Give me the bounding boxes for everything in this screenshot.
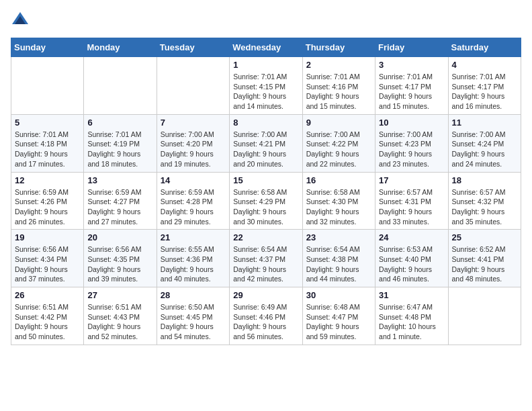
- calendar-day-cell: 24Sunrise: 6:53 AM Sunset: 4:40 PM Dayli…: [375, 230, 448, 287]
- calendar-day-cell: 1Sunrise: 7:01 AM Sunset: 4:15 PM Daylig…: [230, 57, 302, 115]
- calendar-day-cell: 20Sunrise: 6:56 AM Sunset: 4:35 PM Dayli…: [84, 230, 157, 287]
- calendar-day-cell: 3Sunrise: 7:01 AM Sunset: 4:17 PM Daylig…: [375, 57, 448, 115]
- day-number: 17: [379, 175, 444, 185]
- day-number: 29: [233, 290, 298, 300]
- day-number: 5: [15, 118, 80, 128]
- day-info: Sunrise: 6:53 AM Sunset: 4:40 PM Dayligh…: [379, 244, 444, 284]
- calendar-day-cell: 16Sunrise: 6:58 AM Sunset: 4:30 PM Dayli…: [302, 172, 375, 230]
- calendar-week: 5Sunrise: 7:01 AM Sunset: 4:18 PM Daylig…: [11, 114, 521, 172]
- day-info: Sunrise: 7:01 AM Sunset: 4:19 PM Dayligh…: [87, 130, 152, 169]
- calendar-day-cell: 26Sunrise: 6:51 AM Sunset: 4:42 PM Dayli…: [11, 287, 84, 345]
- weekday-header: Wednesday: [230, 38, 302, 57]
- day-number: 6: [87, 118, 152, 128]
- calendar-week: 12Sunrise: 6:59 AM Sunset: 4:26 PM Dayli…: [11, 172, 521, 230]
- day-info: Sunrise: 6:56 AM Sunset: 4:34 PM Dayligh…: [15, 244, 80, 284]
- calendar-day-cell: 21Sunrise: 6:55 AM Sunset: 4:36 PM Dayli…: [157, 230, 229, 287]
- day-number: 22: [233, 232, 298, 242]
- day-info: Sunrise: 6:54 AM Sunset: 4:37 PM Dayligh…: [233, 244, 298, 284]
- page-header: [11, 11, 521, 30]
- calendar-week: 26Sunrise: 6:51 AM Sunset: 4:42 PM Dayli…: [11, 287, 521, 345]
- calendar-week: 1Sunrise: 7:01 AM Sunset: 4:15 PM Daylig…: [11, 57, 521, 115]
- calendar-body: 1Sunrise: 7:01 AM Sunset: 4:15 PM Daylig…: [11, 57, 521, 345]
- logo: [11, 11, 32, 30]
- day-number: 15: [233, 175, 298, 185]
- day-info: Sunrise: 6:59 AM Sunset: 4:27 PM Dayligh…: [87, 187, 152, 227]
- calendar-header: SundayMondayTuesdayWednesdayThursdayFrid…: [11, 38, 521, 57]
- day-number: 30: [306, 290, 371, 300]
- weekday-header: Thursday: [302, 38, 375, 57]
- day-number: 1: [233, 60, 298, 70]
- calendar-day-cell: 30Sunrise: 6:48 AM Sunset: 4:47 PM Dayli…: [302, 287, 375, 345]
- day-number: 16: [306, 175, 371, 185]
- day-info: Sunrise: 7:00 AM Sunset: 4:20 PM Dayligh…: [161, 130, 226, 169]
- calendar-day-cell: 5Sunrise: 7:01 AM Sunset: 4:18 PM Daylig…: [11, 114, 84, 172]
- day-number: 24: [379, 232, 444, 242]
- calendar-day-cell: 17Sunrise: 6:57 AM Sunset: 4:31 PM Dayli…: [375, 172, 448, 230]
- day-info: Sunrise: 7:00 AM Sunset: 4:22 PM Dayligh…: [306, 130, 371, 169]
- calendar-day-cell: 22Sunrise: 6:54 AM Sunset: 4:37 PM Dayli…: [230, 230, 302, 287]
- day-number: 7: [161, 118, 226, 128]
- day-info: Sunrise: 6:54 AM Sunset: 4:38 PM Dayligh…: [306, 244, 371, 284]
- day-number: 11: [452, 118, 517, 128]
- weekday-header: Tuesday: [157, 38, 229, 57]
- calendar-day-cell: 4Sunrise: 7:01 AM Sunset: 4:17 PM Daylig…: [448, 57, 521, 115]
- day-number: 12: [15, 175, 80, 185]
- calendar-day-cell: 2Sunrise: 7:01 AM Sunset: 4:16 PM Daylig…: [302, 57, 375, 115]
- calendar-day-cell: 8Sunrise: 7:00 AM Sunset: 4:21 PM Daylig…: [230, 114, 302, 172]
- day-number: 20: [87, 232, 152, 242]
- day-info: Sunrise: 7:01 AM Sunset: 4:17 PM Dayligh…: [452, 72, 517, 111]
- calendar-day-cell: [84, 57, 157, 115]
- calendar-day-cell: [11, 57, 84, 115]
- day-number: 26: [15, 290, 80, 300]
- calendar-day-cell: 25Sunrise: 6:52 AM Sunset: 4:41 PM Dayli…: [448, 230, 521, 287]
- calendar-day-cell: 31Sunrise: 6:47 AM Sunset: 4:48 PM Dayli…: [375, 287, 448, 345]
- day-number: 2: [306, 60, 371, 70]
- day-number: 10: [379, 118, 444, 128]
- day-info: Sunrise: 6:55 AM Sunset: 4:36 PM Dayligh…: [161, 244, 226, 284]
- day-number: 8: [233, 118, 298, 128]
- day-info: Sunrise: 6:58 AM Sunset: 4:30 PM Dayligh…: [306, 187, 371, 227]
- day-number: 18: [452, 175, 517, 185]
- day-number: 23: [306, 232, 371, 242]
- day-number: 31: [379, 290, 444, 300]
- day-info: Sunrise: 6:52 AM Sunset: 4:41 PM Dayligh…: [452, 244, 517, 284]
- day-number: 28: [161, 290, 226, 300]
- day-info: Sunrise: 7:00 AM Sunset: 4:23 PM Dayligh…: [379, 130, 444, 169]
- day-info: Sunrise: 6:56 AM Sunset: 4:35 PM Dayligh…: [87, 244, 152, 284]
- calendar-day-cell: 6Sunrise: 7:01 AM Sunset: 4:19 PM Daylig…: [84, 114, 157, 172]
- day-number: 14: [161, 175, 226, 185]
- day-info: Sunrise: 6:48 AM Sunset: 4:47 PM Dayligh…: [306, 302, 371, 342]
- calendar-day-cell: [448, 287, 521, 345]
- day-info: Sunrise: 6:47 AM Sunset: 4:48 PM Dayligh…: [379, 302, 444, 342]
- day-info: Sunrise: 7:00 AM Sunset: 4:24 PM Dayligh…: [452, 130, 517, 169]
- day-info: Sunrise: 6:59 AM Sunset: 4:28 PM Dayligh…: [161, 187, 226, 227]
- day-number: 27: [87, 290, 152, 300]
- day-number: 21: [161, 232, 226, 242]
- weekday-header: Sunday: [11, 38, 84, 57]
- weekday-header: Saturday: [448, 38, 521, 57]
- calendar-day-cell: 27Sunrise: 6:51 AM Sunset: 4:43 PM Dayli…: [84, 287, 157, 345]
- weekday-header: Friday: [375, 38, 448, 57]
- day-number: 9: [306, 118, 371, 128]
- day-number: 25: [452, 232, 517, 242]
- day-number: 3: [379, 60, 444, 70]
- calendar-day-cell: 15Sunrise: 6:58 AM Sunset: 4:29 PM Dayli…: [230, 172, 302, 230]
- day-info: Sunrise: 7:01 AM Sunset: 4:16 PM Dayligh…: [306, 72, 371, 111]
- calendar-day-cell: 29Sunrise: 6:49 AM Sunset: 4:46 PM Dayli…: [230, 287, 302, 345]
- calendar-day-cell: 11Sunrise: 7:00 AM Sunset: 4:24 PM Dayli…: [448, 114, 521, 172]
- calendar-day-cell: 28Sunrise: 6:50 AM Sunset: 4:45 PM Dayli…: [157, 287, 229, 345]
- calendar-day-cell: 23Sunrise: 6:54 AM Sunset: 4:38 PM Dayli…: [302, 230, 375, 287]
- day-number: 4: [452, 60, 517, 70]
- day-info: Sunrise: 6:49 AM Sunset: 4:46 PM Dayligh…: [233, 302, 298, 342]
- day-info: Sunrise: 6:50 AM Sunset: 4:45 PM Dayligh…: [161, 302, 226, 342]
- day-info: Sunrise: 6:51 AM Sunset: 4:42 PM Dayligh…: [15, 302, 80, 342]
- calendar-day-cell: 13Sunrise: 6:59 AM Sunset: 4:27 PM Dayli…: [84, 172, 157, 230]
- calendar-week: 19Sunrise: 6:56 AM Sunset: 4:34 PM Dayli…: [11, 230, 521, 287]
- calendar-table: SundayMondayTuesdayWednesdayThursdayFrid…: [11, 38, 521, 345]
- calendar-day-cell: 10Sunrise: 7:00 AM Sunset: 4:23 PM Dayli…: [375, 114, 448, 172]
- calendar-day-cell: [157, 57, 229, 115]
- calendar-day-cell: 19Sunrise: 6:56 AM Sunset: 4:34 PM Dayli…: [11, 230, 84, 287]
- day-info: Sunrise: 6:59 AM Sunset: 4:26 PM Dayligh…: [15, 187, 80, 227]
- calendar-day-cell: 14Sunrise: 6:59 AM Sunset: 4:28 PM Dayli…: [157, 172, 229, 230]
- logo-icon: [11, 11, 30, 30]
